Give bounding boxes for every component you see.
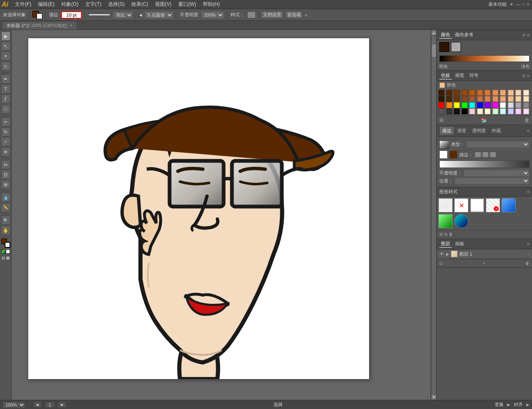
swatch-item[interactable]: [477, 96, 483, 102]
swatch-item[interactable]: [523, 96, 529, 102]
zoom-tool-btn[interactable]: 🔍: [1, 216, 10, 225]
minimize-icon[interactable]: ─: [516, 1, 520, 8]
swatch-item[interactable]: [438, 96, 444, 102]
edge-btn2[interactable]: [482, 152, 489, 158]
menu-window[interactable]: 窗口(W): [175, 0, 200, 9]
menu-help[interactable]: 帮助(H): [200, 0, 223, 9]
swatch-delete-icon[interactable]: 🗑: [525, 117, 530, 123]
toolbar-more-icon[interactable]: »: [305, 12, 308, 18]
brush-tab[interactable]: 画笔: [453, 72, 466, 79]
swatches-refresh-icon[interactable]: ↺: [522, 74, 525, 78]
swatch-item[interactable]: [438, 90, 444, 96]
maximize-icon[interactable]: □: [522, 2, 525, 7]
next-page-btn[interactable]: ►: [58, 402, 66, 408]
warp-tool-btn[interactable]: ≋: [1, 147, 10, 156]
eyedropper-tool-btn[interactable]: 💧: [1, 193, 10, 202]
gradient-bar[interactable]: [439, 160, 530, 168]
swatches-menu-icon[interactable]: ≡: [527, 74, 530, 78]
align-toggle[interactable]: ▶: [526, 402, 530, 407]
swatch-item[interactable]: [523, 90, 529, 96]
menu-type[interactable]: 文字(T): [82, 0, 105, 9]
lasso-tool-btn[interactable]: ⊂: [1, 62, 10, 71]
layers-tab[interactable]: 图层: [439, 240, 452, 248]
swatch-item[interactable]: [523, 102, 529, 108]
layers-menu-icon[interactable]: ≡: [527, 242, 530, 246]
swatches-tab[interactable]: 色板: [439, 72, 452, 79]
menu-effect[interactable]: 效果(C): [128, 0, 152, 9]
stroke-panel-menu-icon[interactable]: ≡: [527, 128, 530, 133]
swatch-item[interactable]: [508, 90, 514, 96]
scale-tool-btn[interactable]: ⤢: [1, 137, 10, 146]
swatch-item[interactable]: [446, 90, 452, 96]
swatch-item[interactable]: [515, 96, 521, 102]
swatch-item[interactable]: [485, 96, 490, 102]
swatch-item[interactable]: [454, 102, 460, 108]
tab-close-btn[interactable]: ×: [70, 23, 72, 28]
hand-tool-btn[interactable]: ✋: [1, 226, 10, 235]
type-tool-btn[interactable]: T: [1, 84, 10, 94]
color-panel-menu-icon[interactable]: ≡: [527, 33, 530, 37]
direct-select-tool-btn[interactable]: ↖: [1, 42, 10, 51]
preferences-btn[interactable]: 首选项: [285, 11, 303, 19]
color-panel-refresh-icon[interactable]: ↺: [522, 33, 525, 37]
swatch-item[interactable]: [446, 102, 452, 108]
rotate-tool-btn[interactable]: ↻: [1, 127, 10, 136]
swatch-item[interactable]: [469, 108, 475, 114]
document-tab[interactable]: 未标题-1*@ 100% (CMYK/预览) ×: [2, 21, 77, 30]
measure-tool-btn[interactable]: 📏: [1, 203, 10, 212]
style-blue-gradient[interactable]: [502, 198, 516, 212]
transform-toggle[interactable]: ▶: [507, 402, 510, 407]
color-secondary-swatch[interactable]: [451, 42, 461, 52]
swatch-item[interactable]: [462, 90, 468, 96]
gs-delete-icon[interactable]: 🗑: [449, 232, 453, 237]
swatch-item[interactable]: [438, 108, 444, 114]
line-style-select[interactable]: 等比: [113, 11, 133, 19]
opacity-select[interactable]: 100%: [201, 11, 224, 19]
vertical-scrollbar[interactable]: ▲ ▼: [431, 30, 436, 400]
scroll-up-btn[interactable]: ▲: [431, 30, 436, 35]
swatch-item[interactable]: [469, 102, 475, 108]
appearance-section-tab[interactable]: 外观: [489, 126, 504, 135]
swatch-item[interactable]: [462, 108, 468, 114]
swatch-item[interactable]: [508, 96, 514, 102]
menu-select[interactable]: 选择(S): [105, 0, 128, 9]
fill-stroke-btn[interactable]: [1, 239, 10, 248]
color-gradient-bar[interactable]: [439, 55, 530, 62]
pencil-tool-btn[interactable]: ✏: [1, 117, 10, 126]
swatch-item[interactable]: [438, 102, 444, 108]
swatch-item[interactable]: [454, 108, 460, 114]
edge-btn1[interactable]: [475, 152, 481, 158]
screen-mode-btn2[interactable]: [6, 256, 10, 260]
gradient-section-tab[interactable]: 渐变: [454, 126, 469, 135]
stroke-section-tab[interactable]: 描边: [439, 126, 454, 135]
layer-delete-icon[interactable]: 🗑: [525, 261, 530, 266]
swatch-item[interactable]: [493, 102, 498, 108]
opacity-panel-select[interactable]: [464, 170, 530, 177]
page-number-input[interactable]: [45, 402, 55, 408]
swatch-item[interactable]: [500, 96, 506, 102]
swatch-item[interactable]: [446, 108, 452, 114]
select-tool-btn[interactable]: ▶: [1, 32, 10, 41]
style-green[interactable]: [438, 214, 453, 228]
gs-dup-icon[interactable]: ⧉: [444, 232, 447, 237]
gs-new-icon[interactable]: ⊞: [439, 232, 443, 237]
scroll-down-btn[interactable]: ▼: [431, 394, 436, 399]
swatch-item[interactable]: [485, 90, 490, 96]
scroll-thumb[interactable]: [432, 44, 436, 57]
artboard-tab[interactable]: 画板: [453, 240, 466, 248]
gradient-preview-swatch[interactable]: [439, 140, 449, 149]
swatch-item[interactable]: [462, 102, 468, 108]
swatch-item[interactable]: [454, 96, 460, 102]
width-tool-btn[interactable]: ⇔: [1, 160, 10, 169]
swatch-item[interactable]: [454, 90, 460, 96]
swatch-item[interactable]: [469, 90, 475, 96]
swatch-item[interactable]: [493, 108, 498, 114]
artwork-canvas[interactable]: [28, 38, 369, 379]
swatch-item[interactable]: [485, 102, 490, 108]
swatch-item[interactable]: [493, 96, 498, 102]
blend-tool-btn[interactable]: ⊗: [1, 180, 10, 189]
line-tool-btn[interactable]: /: [1, 94, 10, 103]
layer1-row[interactable]: 👁 ▶ 图层 1 ○: [437, 249, 532, 259]
menu-object[interactable]: 对象(O): [58, 0, 81, 9]
stroke-color-swatch2[interactable]: [449, 150, 458, 159]
